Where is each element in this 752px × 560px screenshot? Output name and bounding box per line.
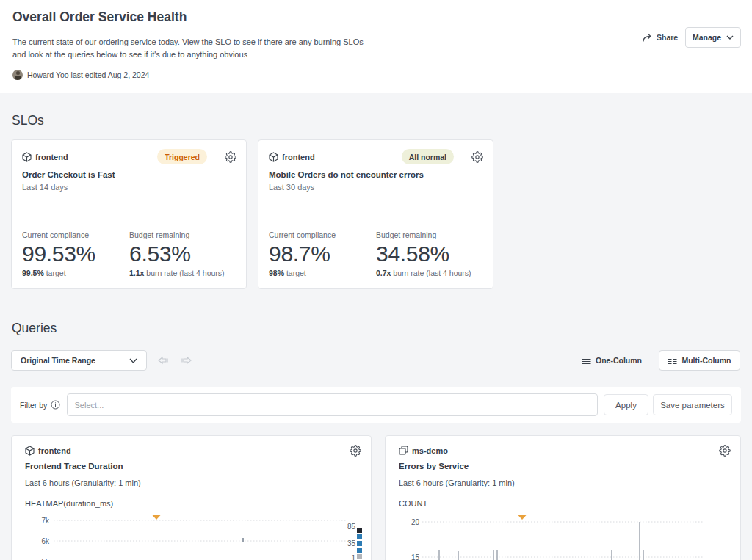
gear-icon[interactable] [719, 445, 731, 457]
chevron-down-icon [129, 358, 137, 363]
filter-by-label: Filter by [20, 387, 60, 423]
svg-text:7k: 7k [41, 517, 50, 525]
status-badge: Triggered [157, 149, 207, 164]
compliance-stat: Current compliance 99.53% 99.5% target [22, 230, 95, 277]
slo-title: Mobile Orders do not encounter errors [269, 170, 424, 179]
slo-title: Order Checkout is Fast [22, 170, 115, 179]
queries-heading: Queries [12, 321, 57, 336]
budget-stat: Budget remaining 6.53% 1.1x burn rate (l… [129, 230, 225, 277]
gear-icon[interactable] [471, 151, 483, 163]
filter-select-input[interactable]: Select... [67, 393, 598, 416]
layers-icon [399, 446, 408, 455]
burn-rate-note: 1.1x burn rate (last 4 hours) [129, 269, 225, 277]
slos-heading: SLOs [12, 113, 44, 128]
byline: Howard Yoo last edited Aug 2, 2024 [12, 69, 149, 80]
package-icon [269, 152, 278, 162]
package-icon [25, 446, 35, 456]
status-badge: All normal [402, 149, 454, 164]
stat-label: Budget remaining [129, 230, 225, 239]
filter-placeholder: Select... [75, 401, 104, 410]
svg-text:20: 20 [411, 518, 420, 526]
package-icon [22, 152, 32, 162]
page-description-line: The current state of our ordering servic… [12, 36, 364, 48]
environment-label: frontend [35, 153, 68, 161]
svg-text:15: 15 [411, 553, 420, 560]
manage-label: Manage [693, 33, 721, 42]
one-column-label: One-Column [596, 356, 642, 365]
slo-card[interactable]: frontend Triggered Order Checkout is Fas… [11, 139, 247, 289]
environment-tag: ms-demo [399, 446, 448, 455]
compliance-stat: Current compliance 98.7% 98% target [269, 230, 336, 277]
query-window: Last 6 hours (Granularity: 1 min) [25, 479, 141, 487]
filter-bar: Filter by Select... Apply Save parameter… [11, 387, 741, 423]
environment-label: frontend [38, 446, 71, 455]
environment-label: frontend [282, 153, 315, 161]
info-icon[interactable] [51, 400, 60, 410]
page-title: Overall Order Service Health [12, 10, 187, 25]
query-window: Last 6 hours (Granularity: 1 min) [399, 479, 515, 487]
time-range-value: Original Time Range [21, 356, 95, 365]
time-range-dropdown[interactable]: Original Time Range [11, 350, 147, 371]
section-divider [12, 302, 740, 302]
svg-text:35: 35 [347, 539, 356, 548]
arrow-left-outline-icon[interactable] [156, 354, 170, 367]
budget-stat: Budget remaining 34.58% 0.7x burn rate (… [376, 230, 471, 277]
budget-value: 6.53% [129, 241, 225, 267]
byline-text: Howard Yoo last edited Aug 2, 2024 [27, 70, 149, 79]
gear-icon[interactable] [225, 151, 236, 163]
multi-column-label: Multi-Column [682, 356, 731, 365]
burn-rate-note: 0.7x burn rate (last 4 hours) [376, 269, 471, 277]
share-label: Share [657, 33, 678, 42]
arrow-right-outline-icon[interactable] [180, 354, 193, 367]
save-parameters-button[interactable]: Save parameters [653, 394, 732, 415]
page-description-line: and look at the queries below to see if … [12, 48, 364, 61]
query-card[interactable]: frontend Frontend Trace Duration Last 6 … [11, 435, 372, 560]
stat-label: Current compliance [269, 230, 336, 239]
svg-text:6k: 6k [41, 537, 50, 545]
queries-controls: Original Time Range One-Column Multi-Col… [0, 350, 752, 371]
query-title: Errors by Service [399, 462, 469, 470]
one-column-lines-icon [582, 356, 591, 365]
multi-column-button[interactable]: Multi-Column [659, 350, 740, 371]
slo-window: Last 14 days [22, 183, 68, 192]
share-arrow-icon [642, 32, 653, 43]
budget-value: 34.58% [376, 241, 471, 267]
environment-tag: frontend [269, 152, 315, 162]
avatar [12, 70, 23, 80]
page-header: Overall Order Service Health The current… [0, 0, 752, 93]
share-button[interactable]: Share [642, 32, 678, 43]
manage-button[interactable]: Manage [685, 27, 741, 48]
environment-tag: frontend [25, 446, 71, 456]
query-metric: COUNT [399, 499, 427, 508]
svg-text:5k: 5k [41, 558, 50, 560]
page-description: The current state of our ordering servic… [12, 36, 364, 61]
slo-card[interactable]: frontend All normal Mobile Orders do not… [258, 139, 494, 289]
svg-text:85: 85 [347, 523, 356, 531]
stat-label: Current compliance [22, 230, 95, 239]
query-metric: HEATMAP(duration_ms) [25, 499, 113, 508]
query-card[interactable]: ms-demo Errors by Service Last 6 hours (… [385, 435, 741, 560]
one-column-button[interactable]: One-Column [582, 350, 642, 371]
compliance-value: 98.7% [269, 241, 336, 267]
multi-column-lines-icon [668, 356, 677, 365]
chevron-down-icon [726, 35, 734, 40]
target-note: 99.5% target [22, 269, 95, 277]
gear-icon[interactable] [350, 445, 361, 457]
environment-tag: frontend [22, 152, 68, 162]
slo-window: Last 30 days [269, 183, 314, 192]
query-title: Frontend Trace Duration [25, 462, 123, 470]
stat-label: Budget remaining [376, 230, 471, 239]
svg-text:1: 1 [351, 554, 355, 560]
apply-button[interactable]: Apply [604, 394, 648, 415]
environment-label: ms-demo [412, 446, 448, 455]
target-note: 98% target [269, 269, 336, 277]
compliance-value: 99.53% [22, 241, 95, 267]
